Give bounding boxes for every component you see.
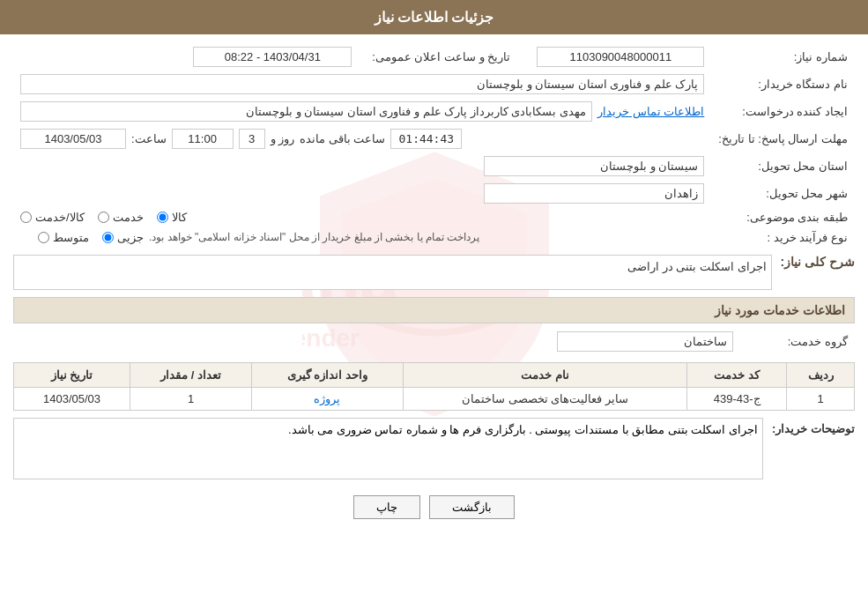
deadline-label: مهلت ارسال پاسخ: تا تاریخ: bbox=[711, 125, 855, 152]
contact-link[interactable]: اطلاعات تماس خریدار bbox=[597, 105, 704, 118]
need-desc-label: شرح کلی نیاز: bbox=[781, 255, 855, 269]
col-header-service-code: کد خدمت bbox=[687, 363, 787, 388]
deadline-time: 11:00 bbox=[172, 129, 234, 149]
time-label: ساعت: bbox=[131, 132, 167, 145]
days-label: روز و bbox=[271, 132, 295, 145]
city-label: شهر محل تحویل: bbox=[711, 180, 855, 207]
cell-service-code: ج-43-439 bbox=[687, 388, 787, 411]
category-option-1: کالا bbox=[157, 211, 187, 224]
purchase-type-group: متوسط جزیی bbox=[38, 231, 144, 244]
category-radio-2[interactable] bbox=[98, 212, 109, 223]
page-title: جزئیات اطلاعات نیاز bbox=[0, 0, 868, 34]
services-section-header: اطلاعات خدمات مورد نیاز bbox=[13, 297, 855, 323]
cell-row-num: 1 bbox=[787, 388, 855, 411]
col-header-row-num: ردیف bbox=[787, 363, 855, 388]
service-group-table: گروه خدمت: ساختمان bbox=[13, 328, 855, 355]
purchase-radio-2[interactable] bbox=[38, 232, 49, 243]
service-group-value: ساختمان bbox=[557, 331, 733, 352]
need-number-label: شماره نیاز: bbox=[711, 43, 855, 71]
col-header-unit: واحد اندازه گیری bbox=[251, 363, 403, 388]
province-label: استان محل تحویل: bbox=[711, 152, 855, 180]
category-option-2: خدمت bbox=[98, 211, 144, 224]
back-button[interactable]: بازگشت bbox=[429, 495, 515, 519]
deadline-days: 3 bbox=[239, 129, 265, 149]
category-radio-3[interactable] bbox=[20, 212, 32, 223]
category-radio-1[interactable] bbox=[157, 212, 168, 223]
button-area: بازگشت چاپ bbox=[13, 495, 855, 519]
deadline-date: 1403/05/03 bbox=[20, 129, 126, 149]
announce-datetime-value: 1403/04/31 - 08:22 bbox=[193, 47, 352, 67]
cell-date: 1403/05/03 bbox=[14, 388, 130, 411]
buyer-org-value: پارک علم و فناوری استان سیستان و بلوچستا… bbox=[20, 74, 704, 94]
requester-label: ایجاد کننده درخواست: bbox=[711, 98, 855, 125]
purchase-type-label: نوع فرآیند خرید : bbox=[711, 227, 855, 248]
requester-value: مهدی بسکابادی کاربرداز پارک علم و فناوری… bbox=[20, 101, 592, 122]
need-desc-value: اجرای اسکلت بتنی در اراضی bbox=[13, 255, 772, 290]
category-option-3: کالا/خدمت bbox=[20, 211, 85, 224]
buyer-desc-value[interactable] bbox=[13, 418, 763, 479]
buyer-org-label: نام دستگاه خریدار: bbox=[711, 71, 855, 98]
col-header-date: تاریخ نیاز bbox=[14, 363, 130, 388]
need-number-value: 1103090048000011 bbox=[537, 47, 704, 67]
purchase-option-1: جزیی bbox=[102, 231, 144, 244]
services-table: ردیف کد خدمت نام خدمت واحد اندازه گیری ت… bbox=[13, 362, 855, 411]
category-radio-group: کالا/خدمت خدمت کالا bbox=[20, 211, 704, 224]
buyer-desc-label: توضیحات خریدار: bbox=[772, 418, 855, 435]
announce-datetime-label: تاریخ و ساعت اعلان عمومی: bbox=[359, 43, 517, 71]
col-header-service-name: نام خدمت bbox=[404, 363, 687, 388]
print-button[interactable]: چاپ bbox=[353, 495, 420, 519]
service-group-label: گروه خدمت: bbox=[740, 328, 855, 355]
col-header-quantity: تعداد / مقدار bbox=[130, 363, 252, 388]
city-value: زاهدان bbox=[484, 183, 704, 204]
cell-quantity: 1 bbox=[130, 388, 252, 411]
category-label: طبقه بندی موضوعی: bbox=[711, 207, 855, 227]
table-row: 1 ج-43-439 سایر فعالیت‌های تخصصی ساختمان… bbox=[14, 388, 855, 411]
province-value: سیستان و بلوچستان bbox=[484, 156, 704, 176]
cell-unit: پروژه bbox=[251, 388, 403, 411]
cell-service-name: سایر فعالیت‌های تخصصی ساختمان bbox=[404, 388, 687, 411]
purchase-note: پرداخت تمام یا بخشی از مبلغ خریدار از مح… bbox=[149, 231, 479, 243]
remaining-time: 01:44:43 bbox=[390, 129, 462, 149]
remaining-label: ساعت باقی مانده bbox=[300, 132, 385, 145]
info-table: شماره نیاز: 1103090048000011 تاریخ و ساع… bbox=[13, 43, 855, 248]
purchase-option-2: متوسط bbox=[38, 231, 89, 244]
purchase-radio-1[interactable] bbox=[102, 232, 114, 243]
